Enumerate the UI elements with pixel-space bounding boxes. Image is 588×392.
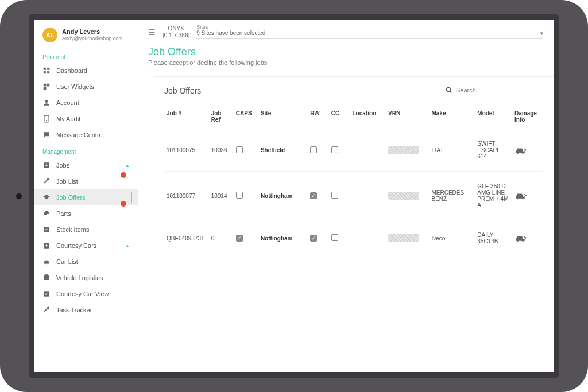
cell-rw[interactable]: ✓ xyxy=(308,220,329,257)
svg-rect-6 xyxy=(44,87,47,90)
profile-text: Andy Levers Andy@yourbodyshop.com xyxy=(62,28,123,42)
cell-cc[interactable] xyxy=(329,220,350,257)
nav-jobs[interactable]: Jobs ▲ xyxy=(34,157,138,173)
col-caps[interactable]: CAPS xyxy=(234,104,258,129)
cell-location xyxy=(350,129,386,172)
col-make[interactable]: Make xyxy=(430,104,475,129)
col-rw[interactable]: RW xyxy=(308,104,329,129)
damage-car-icon xyxy=(514,234,541,243)
nav-label: Task Tracker xyxy=(56,306,130,313)
nav-vehicle-logistics[interactable]: Vehicle Logistics xyxy=(34,270,138,286)
dashboard-icon xyxy=(42,67,51,75)
main-content: ☰ ONYX [0.1.7.386] Sites 9 Sites have be… xyxy=(138,20,554,372)
svg-rect-1 xyxy=(47,68,49,70)
nav-car-list[interactable]: Car List xyxy=(34,254,138,270)
cell-caps[interactable]: ✓ xyxy=(234,220,258,257)
nav-label: Dashboard xyxy=(56,67,130,74)
col-cc[interactable]: CC xyxy=(329,104,350,129)
col-site[interactable]: Site xyxy=(258,104,308,129)
nav-label: Message Centre xyxy=(56,131,130,138)
search-icon xyxy=(446,87,452,94)
cell-rw[interactable] xyxy=(308,129,329,172)
nav-label: Car List xyxy=(56,258,130,265)
vrn-redacted xyxy=(388,192,419,200)
table-row[interactable]: 101100077 10014 Nottingham ✓ MERCEDES-BE… xyxy=(164,172,543,220)
active-indicator xyxy=(131,192,132,203)
sidebar: AL Andy Levers Andy@yourbodyshop.com Per… xyxy=(34,20,138,372)
nav-label: Job List xyxy=(56,178,130,185)
svg-point-14 xyxy=(47,263,48,265)
col-damage[interactable]: Damage Info xyxy=(512,104,543,129)
nav-stock-items[interactable]: Stock Items xyxy=(34,222,138,238)
section-personal: Personal xyxy=(34,48,138,63)
search-input[interactable] xyxy=(456,87,543,94)
cell-site: Nottingham xyxy=(258,220,308,257)
nav-label: Job Offers xyxy=(56,194,130,201)
offers-icon xyxy=(42,193,51,201)
table-header-row: Job # Job Ref CAPS Site RW CC Location V… xyxy=(164,104,543,129)
cell-make: Iveco xyxy=(430,220,475,257)
sites-label: Sites xyxy=(196,24,208,30)
cell-job-no: 101100075 xyxy=(164,129,209,172)
nav-label: Courtesy Car View xyxy=(56,290,130,297)
nav-label: Parts xyxy=(56,210,130,217)
cell-damage[interactable] xyxy=(512,172,543,220)
table-row[interactable]: QBE04093731 0 ✓ Nottingham ✓ Iveco DAILY… xyxy=(164,220,543,257)
card-header: Job Offers xyxy=(164,86,543,95)
col-model[interactable]: Model xyxy=(475,104,512,129)
svg-point-18 xyxy=(447,87,451,91)
message-icon xyxy=(42,131,51,139)
cell-job-no: QBE04093731 xyxy=(164,220,209,257)
cell-model: GLE 350 D AMG LINE PREM + 4M A xyxy=(475,172,512,220)
avatar: AL xyxy=(42,28,57,42)
chevron-down-icon: ▾ xyxy=(540,30,543,36)
col-location[interactable]: Location xyxy=(350,104,386,129)
search-box[interactable] xyxy=(446,87,543,95)
col-job-no[interactable]: Job # xyxy=(164,104,209,129)
cell-damage[interactable] xyxy=(512,220,543,257)
widgets-icon xyxy=(42,83,51,91)
svg-rect-2 xyxy=(44,71,46,73)
nav-account[interactable]: Account xyxy=(34,95,138,111)
nav-user-widgets[interactable]: User Widgets xyxy=(34,79,138,95)
cell-cc[interactable] xyxy=(329,129,350,172)
cell-damage[interactable] xyxy=(512,129,543,172)
page-subtitle: Please accept or decline the following j… xyxy=(148,59,543,66)
nav-task-tracker[interactable]: Task Tracker xyxy=(34,302,138,318)
nav-parts[interactable]: Parts xyxy=(34,205,138,222)
cell-job-ref: 0 xyxy=(209,220,234,257)
cell-location xyxy=(350,172,386,220)
courtesy-icon xyxy=(42,242,51,250)
cell-site: Nottingham xyxy=(258,172,308,220)
chevron-up-icon: ▲ xyxy=(125,243,130,249)
vrn-redacted xyxy=(388,234,419,242)
col-vrn[interactable]: VRN xyxy=(386,104,429,129)
cell-caps[interactable] xyxy=(234,129,258,172)
menu-icon[interactable]: ☰ xyxy=(148,28,156,37)
page-header: Job Offers Please accept or decline the … xyxy=(138,44,554,72)
sites-dropdown[interactable]: Sites 9 Sites have been selected ▾ xyxy=(196,30,543,39)
nav-dashboard[interactable]: Dashboard xyxy=(34,63,138,79)
cell-rw[interactable]: ✓ xyxy=(308,172,329,220)
nav-job-offers[interactable]: Job Offers xyxy=(34,189,138,205)
svg-point-7 xyxy=(45,100,48,103)
nav-job-list[interactable]: Job List xyxy=(34,173,138,189)
vrn-redacted xyxy=(388,146,419,154)
cell-caps[interactable] xyxy=(234,172,258,220)
svg-rect-3 xyxy=(47,71,49,73)
table-row[interactable]: 101100075 10036 Sheffield FIAT SWIFT ESC… xyxy=(164,129,543,172)
car-view-icon xyxy=(42,290,51,298)
cell-cc[interactable] xyxy=(329,172,350,220)
cell-job-ref: 10014 xyxy=(209,172,234,220)
nav-label: My Audit xyxy=(56,115,130,122)
nav-my-audit[interactable]: My Audit xyxy=(34,111,138,127)
nav-courtesy-cars[interactable]: Courtesy Cars ▲ xyxy=(34,238,138,254)
jobs-icon xyxy=(42,161,51,169)
nav-courtesy-car-view[interactable]: Courtesy Car View xyxy=(34,286,138,302)
col-job-ref[interactable]: Job Ref xyxy=(209,104,234,129)
page-title: Job Offers xyxy=(148,46,543,58)
damage-car-icon xyxy=(514,146,541,155)
profile-block[interactable]: AL Andy Levers Andy@yourbodyshop.com xyxy=(34,25,138,48)
cell-make: FIAT xyxy=(430,129,475,172)
nav-message-centre[interactable]: Message Centre xyxy=(34,127,138,143)
